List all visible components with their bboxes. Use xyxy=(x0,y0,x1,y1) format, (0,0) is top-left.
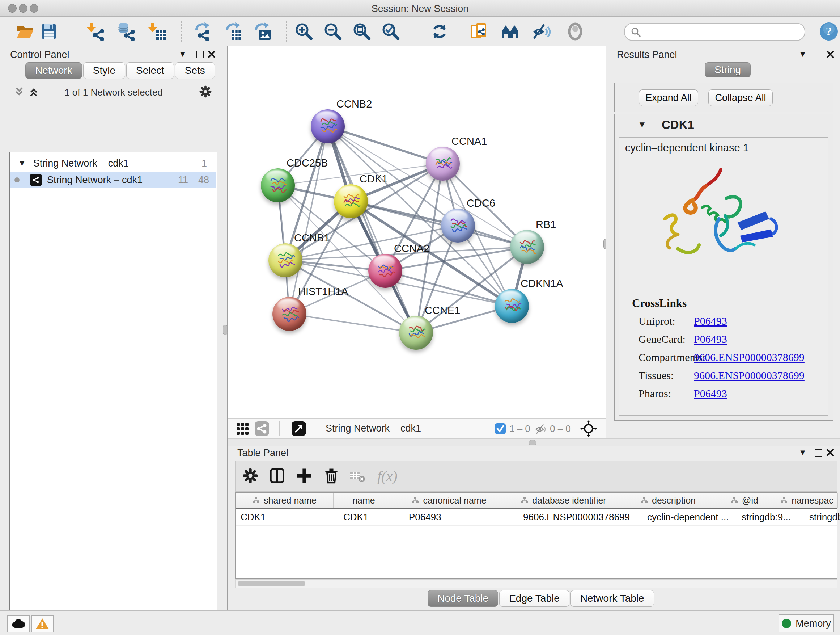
zoom-out-icon[interactable] xyxy=(323,22,343,41)
table-hscrollbar[interactable] xyxy=(235,579,837,588)
open-session-icon[interactable] xyxy=(16,22,35,41)
tab-select[interactable]: Select xyxy=(126,62,174,79)
network-type-icon xyxy=(30,174,42,186)
crosslink-value[interactable]: P06493 xyxy=(694,387,727,400)
import-table-icon[interactable] xyxy=(148,22,167,41)
search-box xyxy=(624,23,805,41)
table-panel-menu-icon[interactable]: ▼ xyxy=(799,448,807,457)
network-node-CCNE1[interactable] xyxy=(399,316,433,350)
left-splitter-handle[interactable] xyxy=(223,325,227,335)
refresh-icon[interactable] xyxy=(430,22,449,41)
table-cell: cyclin-dependent ... xyxy=(642,509,737,525)
tab-network[interactable]: Network xyxy=(25,62,82,79)
crosslink-label: GeneCard: xyxy=(638,333,694,345)
network-tree-root-row[interactable]: ▼ String Network – cdk1 1 xyxy=(10,155,216,172)
hide-selected-icon[interactable] xyxy=(531,22,551,41)
tab-network-table[interactable]: Network Table xyxy=(570,590,654,607)
crosshair-icon[interactable] xyxy=(580,420,597,437)
import-network-icon[interactable] xyxy=(86,22,106,41)
network-node-CCNB1[interactable] xyxy=(268,243,302,277)
birdseye-grid-icon[interactable] xyxy=(236,422,249,435)
first-neighbors-icon[interactable] xyxy=(500,22,520,41)
tab-sets[interactable]: Sets xyxy=(175,62,215,79)
network-node-HIST1H1A[interactable] xyxy=(272,297,306,331)
zoom-selected-icon[interactable] xyxy=(381,22,401,41)
column-header-label: canonical name xyxy=(423,495,486,506)
network-node-RB1[interactable] xyxy=(510,230,544,264)
warnings-button[interactable] xyxy=(31,615,54,632)
export-network-icon[interactable] xyxy=(193,22,212,41)
gear-icon[interactable] xyxy=(198,84,213,99)
column-header-label: @id xyxy=(742,495,758,506)
export-table-icon[interactable] xyxy=(224,22,243,41)
control-panel-float-icon[interactable] xyxy=(196,51,204,58)
crosslink-row: Pharos:P06493 xyxy=(638,387,827,400)
hidden-eye-icon[interactable] xyxy=(535,423,548,435)
table-panel-float-icon[interactable] xyxy=(815,449,822,456)
duplicate-network-icon[interactable] xyxy=(470,22,489,41)
network-node-CDC25B[interactable] xyxy=(261,168,295,203)
tree-collapse-icon[interactable]: ▼ xyxy=(18,158,26,168)
zoom-in-icon[interactable] xyxy=(294,22,314,41)
section-collapse-icon[interactable]: ▼ xyxy=(638,119,646,130)
export-image-icon[interactable] xyxy=(253,22,272,41)
network-node-CDC6[interactable] xyxy=(441,209,475,242)
column-header-shared-name[interactable]: shared name xyxy=(235,493,333,508)
results-panel-float-icon[interactable] xyxy=(815,51,822,58)
delete-column-icon[interactable] xyxy=(322,467,340,485)
results-panel-menu-icon[interactable]: ▼ xyxy=(799,50,807,59)
network-node-CCNA2[interactable] xyxy=(368,254,402,288)
network-node-CCNB2[interactable] xyxy=(311,109,345,143)
crosslink-value[interactable]: P06493 xyxy=(694,333,727,345)
collapse-all-button[interactable]: Collapse All xyxy=(708,89,773,106)
control-panel-close-icon[interactable] xyxy=(208,50,216,58)
open-external-icon[interactable] xyxy=(292,421,306,436)
delete-table-icon[interactable] xyxy=(349,470,366,483)
show-all-icon[interactable] xyxy=(565,22,585,41)
search-input[interactable] xyxy=(644,25,797,38)
network-node-CDK1[interactable] xyxy=(334,184,368,218)
network-node-CCNA1[interactable] xyxy=(426,147,460,181)
column-header-canonical-name[interactable]: canonical name xyxy=(394,493,504,508)
table-row[interactable]: CDK1CDK1P064939606.ENSP00000378699cyclin… xyxy=(235,509,837,526)
column-header-@id[interactable]: @id xyxy=(713,493,776,508)
table-hscrollbar-handle[interactable] xyxy=(238,581,305,586)
tab-node-table[interactable]: Node Table xyxy=(428,590,498,607)
save-session-icon[interactable] xyxy=(39,22,58,41)
horizontal-splitter[interactable] xyxy=(227,439,840,447)
protein-ribbon-thumbnail xyxy=(275,250,296,271)
column-header-name[interactable]: name xyxy=(333,493,394,508)
cloud-button[interactable] xyxy=(7,615,30,632)
network-node-CDKN1A[interactable] xyxy=(495,289,529,323)
control-panel-menu-icon[interactable]: ▼ xyxy=(179,50,187,59)
crosslink-value[interactable]: P06493 xyxy=(694,315,727,327)
network-view-title: String Network – cdk1 xyxy=(325,423,421,434)
tab-style[interactable]: Style xyxy=(83,62,125,79)
column-header-description[interactable]: description xyxy=(623,493,713,508)
table-panel-close-icon[interactable] xyxy=(826,448,834,456)
network-canvas[interactable]: CCNB2CCNA1CDC25BCDK1CDC6RB1CCNB1CCNA2CDK… xyxy=(227,46,606,418)
import-database-icon[interactable] xyxy=(117,22,136,41)
results-panel-close-icon[interactable] xyxy=(826,50,834,58)
table-panel-title: Table Panel xyxy=(237,448,288,459)
gene-section-header[interactable]: ▼ CDK1 xyxy=(615,114,833,135)
memory-button[interactable]: Memory xyxy=(778,614,834,632)
horizontal-splitter-handle[interactable] xyxy=(529,440,537,445)
help-icon[interactable]: ? xyxy=(819,22,838,41)
tree-item-edge-count: 48 xyxy=(198,174,209,186)
column-header-namespac[interactable]: namespac xyxy=(776,493,838,508)
column-header-database-identifier[interactable]: database identifier xyxy=(504,493,623,508)
network-tree-item-row[interactable]: String Network – cdk1 11 48 xyxy=(10,172,216,188)
function-builder-icon[interactable]: f(x) xyxy=(376,466,405,486)
show-columns-icon[interactable] xyxy=(268,467,286,485)
expand-all-button[interactable]: Expand All xyxy=(639,89,698,106)
tab-string[interactable]: String xyxy=(705,62,751,78)
crosslink-value[interactable]: 9606.ENSP00000378699 xyxy=(694,351,805,363)
network-share-icon[interactable] xyxy=(255,421,269,436)
selected-checkbox-icon[interactable] xyxy=(495,423,506,434)
tab-edge-table[interactable]: Edge Table xyxy=(499,590,569,607)
crosslink-value[interactable]: 9606.ENSP00000378699 xyxy=(694,369,805,382)
table-settings-gear-icon[interactable] xyxy=(241,467,259,485)
zoom-fit-icon[interactable] xyxy=(352,22,371,41)
add-column-icon[interactable] xyxy=(295,467,313,485)
